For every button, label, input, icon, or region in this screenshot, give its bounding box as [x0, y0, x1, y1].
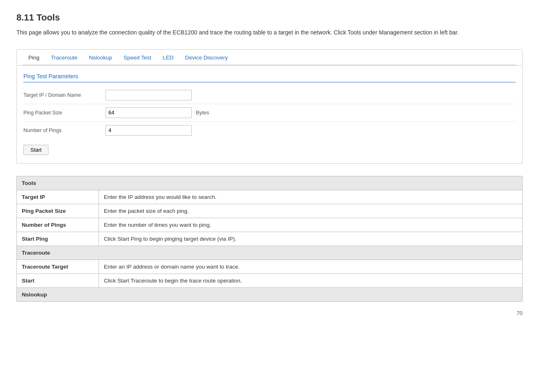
table-row: StartClick Start Traceroute to begin the…: [17, 273, 523, 287]
table-section-label: Nslookup: [17, 287, 523, 301]
table-row: Start PingClick Start Ping to begin ping…: [17, 232, 523, 246]
ping-form-section: Ping Test Parameters Target IP / Domain …: [16, 66, 523, 164]
start-button[interactable]: Start: [23, 145, 48, 155]
input-target-ip[interactable]: [106, 90, 192, 100]
form-row-target-ip: Target IP / Domain Name: [23, 87, 516, 104]
table-field-description: Enter an IP address or domain name you w…: [99, 260, 523, 273]
tab-speedtest[interactable]: Speed Test: [118, 53, 157, 62]
table-row: Number of PingsEnter the number of times…: [17, 218, 523, 232]
input-ping-packet-size[interactable]: [106, 107, 192, 118]
table-field-label: Traceroute Target: [17, 260, 99, 273]
table-field-description: Enter the number of times you want to pi…: [99, 218, 523, 232]
form-section-title: Ping Test Parameters: [23, 73, 516, 82]
table-section-label: Traceroute: [17, 246, 523, 260]
table-row: Ping Packet SizeEnter the packet size of…: [17, 204, 523, 218]
unit-bytes: Bytes: [196, 109, 209, 116]
table-field-label: Start: [17, 273, 99, 287]
table-field-label: Target IP: [17, 190, 99, 204]
intro-text: This page allows you to analyze the conn…: [16, 28, 523, 38]
tab-traceroute[interactable]: Traceroute: [45, 53, 83, 62]
table-field-label: Number of Pings: [17, 218, 99, 232]
table-row: Target IPEnter the IP address you would …: [17, 190, 523, 204]
label-num-pings: Number of Pings: [23, 128, 106, 133]
form-row-ping-packet-size: Ping Packet Size Bytes: [23, 104, 516, 122]
table-field-label: Start Ping: [17, 232, 99, 246]
tab-led[interactable]: LED: [157, 53, 179, 62]
table-field-description: Enter the packet size of each ping.: [99, 204, 523, 218]
label-target-ip: Target IP / Domain Name: [23, 92, 106, 98]
table-section-row: Tools: [17, 176, 523, 190]
table-field-description: Click Start Traceroute to begin the trac…: [99, 273, 523, 287]
tab-device-discovery[interactable]: Device Discovery: [179, 53, 234, 62]
tab-ping[interactable]: Ping: [23, 53, 45, 62]
label-ping-packet-size: Ping Packet Size: [23, 110, 106, 116]
form-row-num-pings: Number of Pings: [23, 122, 516, 139]
reference-table: ToolsTarget IPEnter the IP address you w…: [16, 176, 523, 302]
table-field-description: Click Start Ping to begin pinging target…: [99, 232, 523, 246]
table-section-label: Tools: [17, 176, 523, 190]
table-field-description: Enter the IP address you would like to s…: [99, 190, 523, 204]
table-row: Traceroute TargetEnter an IP address or …: [17, 260, 523, 273]
page-heading: 8.11 Tools: [16, 12, 523, 23]
tab-bar-container: Ping Traceroute Nslookup Speed Test LED …: [16, 49, 523, 66]
page-number: 70: [16, 310, 523, 316]
table-field-label: Ping Packet Size: [17, 204, 99, 218]
table-section-row: Traceroute: [17, 246, 523, 260]
table-section-row: Nslookup: [17, 287, 523, 301]
input-num-pings[interactable]: [106, 125, 192, 136]
tab-bar: Ping Traceroute Nslookup Speed Test LED …: [23, 53, 516, 65]
tab-nslookup[interactable]: Nslookup: [83, 53, 118, 62]
